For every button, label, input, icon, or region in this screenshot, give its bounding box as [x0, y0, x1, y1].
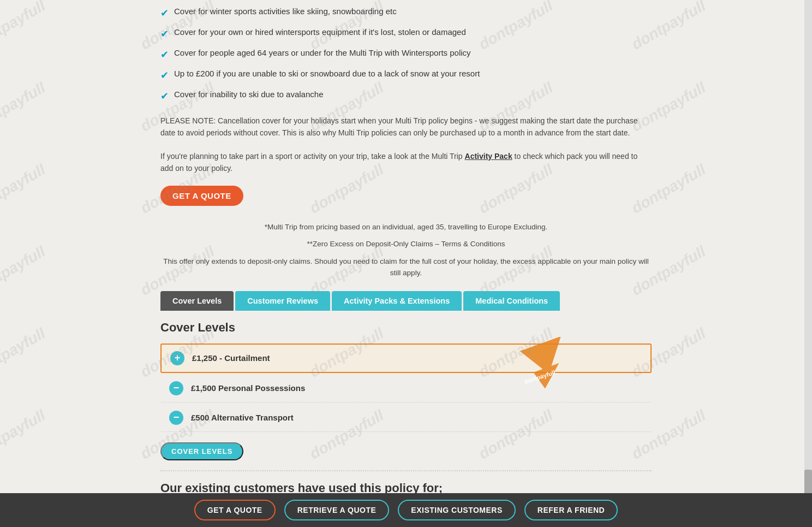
bottom-get-quote-button[interactable]: GET A QUOTE — [194, 500, 276, 520]
footnote-multi-trip: *Multi Trip from pricing based on an ind… — [160, 221, 652, 233]
bottom-bar: GET A QUOTE RETRIEVE A QUOTE EXISTING CU… — [0, 493, 812, 527]
collapse-possessions-button[interactable]: − — [169, 381, 183, 395]
dontpayfull-annotation: dontpayfull — [510, 337, 586, 390]
please-note-text: PLEASE NOTE: Cancellation cover for your… — [160, 115, 652, 139]
activity-pack-link[interactable]: Activity Pack — [465, 152, 512, 161]
bottom-existing-customers-button[interactable]: EXISTING CUSTOMERS — [398, 500, 515, 520]
check-icon: ✔ — [160, 48, 169, 62]
activity-note-text: If you're planning to take part in a spo… — [160, 150, 652, 175]
possessions-label: £1,500 Personal Possessions — [191, 383, 305, 393]
list-item: ✔ Cover for people aged 64 years or unde… — [160, 47, 652, 62]
tab-cover-levels[interactable]: Cover Levels — [160, 291, 234, 311]
transport-label: £500 Alternative Transport — [191, 413, 294, 422]
cover-item-transport: − £500 Alternative Transport — [160, 404, 652, 432]
check-icon: ✔ — [160, 68, 169, 83]
cover-levels-badge-button[interactable]: COVER LEVELS — [160, 442, 243, 460]
check-icon: ✔ — [160, 6, 169, 21]
cover-levels-section: Cover Levels + £1,250 - Curtailment − £1… — [160, 321, 652, 507]
curtailment-label: £1,250 - Curtailment — [192, 353, 270, 363]
bottom-retrieve-quote-button[interactable]: RETRIEVE A QUOTE — [284, 500, 390, 520]
tab-activity-packs[interactable]: Activity Packs & Extensions — [332, 291, 462, 311]
checklist: ✔ Cover for winter sports activities lik… — [160, 5, 652, 104]
list-item: ✔ Cover for your own or hired winterspor… — [160, 26, 652, 42]
expand-curtailment-button[interactable]: + — [170, 351, 184, 365]
check-icon: ✔ — [160, 89, 169, 104]
main-content: ✔ Cover for winter sports activities lik… — [144, 0, 668, 527]
list-item: ✔ Up to £200 if you are unable to ski or… — [160, 68, 652, 83]
bottom-refer-friend-button[interactable]: REFER A FRIEND — [524, 500, 618, 520]
get-a-quote-button[interactable]: GET A QUOTE — [160, 186, 243, 206]
arrow-svg: dontpayfull — [510, 337, 586, 389]
cover-levels-title: Cover Levels — [160, 321, 652, 335]
tab-medical-conditions[interactable]: Medical Conditions — [463, 291, 560, 311]
tab-customer-reviews[interactable]: Customer Reviews — [235, 291, 330, 311]
scrollbar[interactable] — [804, 0, 812, 527]
list-item: ✔ Cover for winter sports activities lik… — [160, 5, 652, 21]
footnote-zero-excess-title: **Zero Excess on Deposit-Only Claims – T… — [160, 238, 652, 250]
tabs-row: Cover Levels Customer Reviews Activity P… — [160, 291, 652, 311]
check-icon: ✔ — [160, 27, 169, 42]
list-item: ✔ Cover for inability to ski due to aval… — [160, 88, 652, 104]
collapse-transport-button[interactable]: − — [169, 411, 183, 425]
footnote-zero-excess-detail: This offer only extends to deposit-only … — [160, 256, 652, 279]
divider — [160, 470, 652, 471]
